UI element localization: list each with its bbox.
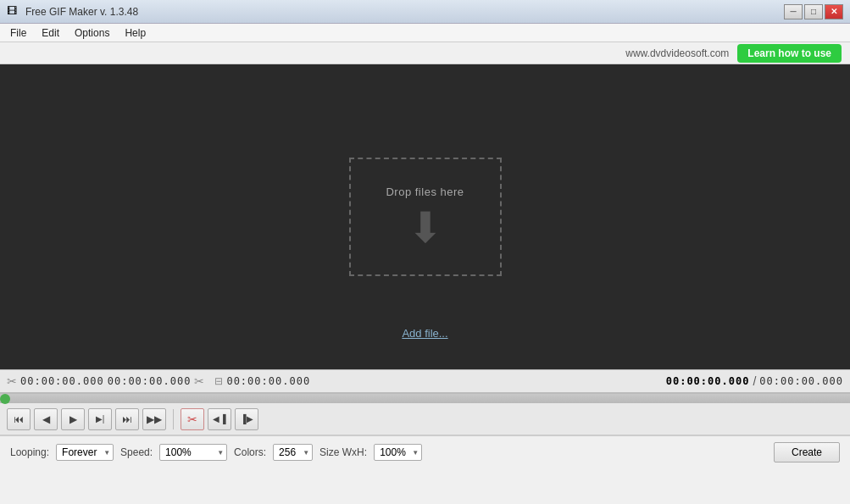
colors-label: Colors:	[234, 446, 266, 458]
colors-select-wrapper: 2 4 8 16 32 64 128 256	[273, 444, 313, 461]
trim-right-button[interactable]: ▐▶	[235, 408, 258, 430]
progress-thumb[interactable]	[0, 394, 10, 404]
go-to-start-button[interactable]: ⏮	[7, 408, 31, 430]
start-time-1: 00:00:00.000	[20, 375, 104, 387]
looping-select[interactable]: Forever 1 time 2 times 3 times	[56, 444, 114, 461]
step-forward-button[interactable]: ▶|	[88, 408, 112, 430]
title-controls: ─ □ ✕	[784, 4, 843, 19]
app-icon: 🎞	[7, 5, 20, 19]
create-button[interactable]: Create	[774, 442, 840, 462]
menu-bar: File Edit Options Help	[0, 24, 850, 42]
colors-select[interactable]: 2 4 8 16 32 64 128 256	[273, 444, 313, 461]
speed-label: Speed:	[120, 446, 153, 458]
close-button[interactable]: ✕	[825, 4, 843, 19]
step-back-button[interactable]: ◀	[34, 408, 58, 430]
progress-bar-container[interactable]	[0, 393, 850, 403]
add-file-link[interactable]: Add file...	[402, 327, 447, 340]
menu-edit[interactable]: Edit	[35, 25, 66, 41]
controls-divider	[173, 409, 174, 429]
go-to-end-button[interactable]: ⏭	[115, 408, 139, 430]
settings-bar: Looping: Forever 1 time 2 times 3 times …	[0, 435, 850, 468]
menu-file[interactable]: File	[3, 25, 33, 41]
drop-arrow-icon: ⬇	[408, 207, 443, 249]
timeline-area: ✂ 00:00:00.000 00:00:00.000 ✂ ⊟ 00:00:00…	[0, 369, 850, 393]
total-time-display: 00:00:00.000 / 00:00:00.000	[666, 374, 843, 388]
scissors-right-icon: ✂	[194, 374, 204, 388]
main-area: Drop files here ⬇ Add file...	[0, 64, 850, 369]
looping-label: Looping:	[10, 446, 49, 458]
menu-help[interactable]: Help	[118, 25, 153, 41]
minimize-button[interactable]: ─	[784, 4, 803, 19]
title-left: 🎞 Free GIF Maker v. 1.3.48	[7, 5, 138, 19]
progress-track[interactable]	[0, 394, 850, 403]
info-bar: www.dvdvideosoft.com Learn how to use	[0, 42, 850, 64]
drop-text: Drop files here	[386, 186, 464, 198]
end-time: 00:00:00.000	[226, 375, 310, 387]
current-time: 00:00:00.000	[666, 375, 750, 387]
drop-zone[interactable]: Drop files here ⬇	[349, 158, 502, 276]
time-separator: /	[753, 374, 756, 388]
speed-select-wrapper: 50% 75% 100% 125% 150% 200%	[159, 444, 227, 461]
scissors-left-icon: ✂	[7, 374, 17, 388]
menu-options[interactable]: Options	[68, 25, 116, 41]
size-label: Size WxH:	[319, 446, 367, 458]
app-title: Free GIF Maker v. 1.3.48	[25, 6, 138, 18]
scissors-button[interactable]: ✂	[181, 408, 204, 430]
controls-area: ⏮ ◀ ▶ ▶| ⏭ ▶▶ ✂ ◀▐ ▐▶	[0, 403, 850, 435]
play-button[interactable]: ▶	[61, 408, 85, 430]
size-select-wrapper: 25% 50% 75% 100% 125% 150% 200%	[374, 444, 422, 461]
website-link: www.dvdvideosoft.com	[625, 47, 729, 59]
total-duration: 00:00:00.000	[759, 375, 843, 387]
trim-left-button[interactable]: ◀▐	[208, 408, 231, 430]
maximize-button[interactable]: □	[804, 4, 823, 19]
size-select[interactable]: 25% 50% 75% 100% 125% 150% 200%	[374, 444, 422, 461]
looping-select-wrapper: Forever 1 time 2 times 3 times	[56, 444, 114, 461]
learn-button[interactable]: Learn how to use	[737, 44, 842, 63]
start-time-2: 00:00:00.000	[108, 375, 192, 387]
next-button[interactable]: ▶▶	[142, 408, 166, 430]
title-bar: 🎞 Free GIF Maker v. 1.3.48 ─ □ ✕	[0, 0, 850, 24]
speed-select[interactable]: 50% 75% 100% 125% 150% 200%	[159, 444, 227, 461]
